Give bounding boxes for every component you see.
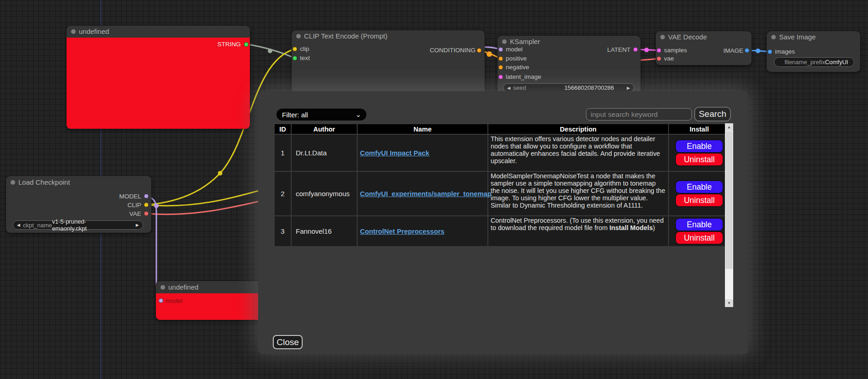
extension-link[interactable]: ControlNet Preprocessors: [360, 228, 444, 235]
input-dot-text[interactable]: [293, 56, 297, 60]
extension-manager-dialog: Filter: all ⌄ Search IDAuthorNameDescrip…: [258, 91, 748, 354]
input-dot-negative[interactable]: [498, 65, 503, 70]
input-slot-text: text: [300, 55, 310, 61]
node-title-bar[interactable]: VAE Decode: [656, 31, 752, 43]
node-dot-icon: [160, 285, 165, 290]
search-input[interactable]: [586, 108, 692, 121]
node-title: Load Checkpoint: [18, 178, 70, 186]
output-slot-conditioning: CONDITIONING: [430, 48, 475, 53]
scroll-up-icon[interactable]: ▲: [725, 123, 733, 131]
input-slot-clip: clip: [300, 46, 309, 52]
extension-id-cell: 3: [275, 216, 291, 246]
input-dot-samples[interactable]: [657, 48, 661, 53]
table-header-cell: Description: [488, 124, 668, 134]
table-row: 3Fannovel16ControlNet PreprocessorsContr…: [275, 216, 730, 246]
filename-prefix-widget[interactable]: filename_prefix ComfyUI: [774, 57, 854, 67]
node-clip-text-encode[interactable]: CLIP Text Encode (Prompt) clip text COND…: [292, 30, 485, 94]
extension-install-cell: EnableUninstall: [669, 216, 730, 246]
node-title: KSampler: [510, 38, 540, 45]
extension-install-cell: EnableUninstall: [669, 172, 730, 215]
input-dot-clip[interactable]: [293, 47, 297, 51]
input-dot-model[interactable]: [498, 47, 503, 52]
extension-name-cell: ComfyUI Impact Pack: [358, 135, 487, 171]
table-header-cell: Name: [358, 124, 487, 134]
table-header-cell: Install: [669, 124, 730, 134]
widget-value: v1-5-pruned-emaonly.ckpt: [52, 218, 121, 232]
uninstall-button[interactable]: Uninstall: [676, 232, 723, 244]
enable-button[interactable]: Enable: [676, 140, 723, 152]
arrow-right-icon[interactable]: ▶: [627, 86, 630, 90]
output-dot-vae[interactable]: [144, 211, 149, 216]
extension-description-cell: ModelSamplerTonemapNoiseTest a node that…: [488, 172, 668, 215]
scroll-down-icon[interactable]: ▼: [725, 299, 733, 307]
node-title-bar[interactable]: Load Checkpoint: [6, 176, 151, 189]
node-dot-icon: [660, 35, 665, 39]
description-text: This extension offers various detector n…: [491, 135, 660, 165]
extension-link[interactable]: ComfyUI_experiments/sampler_tonemap: [360, 190, 492, 198]
output-dot-image[interactable]: [745, 48, 749, 53]
description-text: ): [653, 224, 655, 231]
input-dot-vae[interactable]: [657, 56, 661, 61]
extension-table: IDAuthorNameDescriptionInstall 1Dr.Lt.Da…: [274, 123, 730, 247]
table-header-cell: Author: [292, 124, 357, 134]
output-slot-image: IMAGE: [723, 48, 743, 54]
node-undefined-top[interactable]: undefined STRING: [66, 26, 250, 129]
input-dot-positive[interactable]: [498, 56, 503, 61]
node-title-bar[interactable]: CLIP Text Encode (Prompt): [292, 30, 485, 42]
ckpt-name-widget[interactable]: ◀ ckpt_name v1-5-pruned-emaonly.ckpt ▶: [13, 220, 143, 230]
node-dot-icon: [296, 34, 301, 38]
extension-description-cell: This extension offers various detector n…: [488, 135, 668, 171]
table-header-row: IDAuthorNameDescriptionInstall: [275, 124, 730, 134]
input-slot-latent-image: latent_image: [506, 74, 541, 80]
node-title-bar[interactable]: undefined: [66, 26, 250, 38]
extension-id-cell: 2: [275, 172, 291, 215]
table-row: 1Dr.Lt.DataComfyUI Impact PackThis exten…: [275, 135, 730, 171]
enable-button[interactable]: Enable: [676, 181, 723, 193]
filter-dropdown[interactable]: Filter: all ⌄: [276, 109, 366, 121]
extension-name-cell: ControlNet Preprocessors: [358, 216, 487, 246]
extension-name-cell: ComfyUI_experiments/sampler_tonemap: [358, 172, 487, 215]
input-slot-positive: positive: [506, 56, 527, 61]
output-slot-vae: VAE: [129, 211, 141, 217]
input-slot-model: model: [506, 47, 523, 52]
output-dot-latent[interactable]: [633, 47, 638, 52]
output-dot-string[interactable]: [244, 42, 249, 47]
node-save-image[interactable]: Save Image images filename_prefix ComfyU…: [767, 31, 860, 72]
output-dot-model[interactable]: [144, 194, 149, 198]
search-button[interactable]: Search: [694, 107, 731, 121]
arrow-right-icon[interactable]: ▶: [136, 223, 139, 227]
node-title: Save Image: [779, 33, 816, 41]
arrow-left-icon[interactable]: ◀: [17, 223, 20, 227]
widget-value: 156680208700286: [564, 84, 614, 91]
node-title-bar[interactable]: Save Image: [767, 31, 860, 43]
filter-dropdown-value: Filter: all: [282, 111, 308, 119]
close-button[interactable]: Close: [273, 335, 303, 349]
input-slot-vae: vae: [664, 56, 674, 61]
input-dot-images[interactable]: [768, 49, 772, 54]
extension-author-cell: comfyanonymous: [292, 172, 357, 215]
enable-button[interactable]: Enable: [676, 219, 723, 231]
input-dot-model[interactable]: [159, 298, 163, 303]
uninstall-button[interactable]: Uninstall: [676, 194, 723, 206]
input-dot-latent-image[interactable]: [498, 75, 503, 79]
uninstall-button[interactable]: Uninstall: [676, 154, 723, 165]
output-dot-clip[interactable]: [144, 203, 149, 207]
node-dot-icon: [502, 39, 507, 44]
table-scrollbar[interactable]: ▲ ▼: [725, 123, 733, 307]
scrollbar-thumb[interactable]: [725, 132, 733, 269]
node-vae-decode[interactable]: VAE Decode samples vae IMAGE: [656, 31, 752, 65]
extension-description-cell: ControlNet Preprocessors. (To use this e…: [488, 216, 668, 246]
node-dot-icon: [71, 29, 76, 34]
node-dot-icon: [11, 180, 15, 185]
node-load-checkpoint[interactable]: Load Checkpoint MODEL CLIP VAE ◀ ckpt_na…: [6, 176, 151, 233]
node-ksampler[interactable]: KSampler model positive negative latent_…: [498, 36, 641, 95]
node-body: [66, 38, 250, 129]
output-dot-conditioning[interactable]: [477, 48, 481, 53]
extension-author-cell: Dr.Lt.Data: [292, 135, 357, 171]
extension-link[interactable]: ComfyUI Impact Pack: [360, 149, 429, 157]
node-title: undefined: [79, 27, 109, 35]
chevron-down-icon: ⌄: [356, 111, 361, 118]
arrow-left-icon[interactable]: ◀: [507, 86, 510, 90]
extension-table-body: 1Dr.Lt.DataComfyUI Impact PackThis exten…: [275, 135, 730, 246]
widget-label: filename_prefix: [785, 59, 825, 66]
